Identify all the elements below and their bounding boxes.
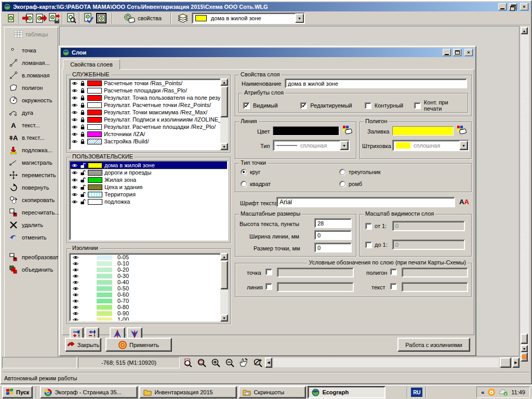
h-scroll-thumb[interactable] bbox=[500, 357, 511, 368]
lock-icon[interactable] bbox=[80, 131, 85, 137]
layer-row[interactable]: Результат. Точки максимума /Rez_Max/ bbox=[70, 109, 227, 116]
isoline-row[interactable]: 0-50 bbox=[70, 285, 227, 291]
layer-row[interactable]: Результат. Расчетные площадки /Rez_Plo/ bbox=[70, 123, 227, 130]
h-scrollbar[interactable] bbox=[273, 358, 499, 367]
tool-underlay[interactable]: подложка... bbox=[5, 144, 58, 156]
eye-icon[interactable] bbox=[71, 117, 78, 122]
layer-row[interactable]: Результат. Подписи к изолинииям /IZOLINE… bbox=[70, 116, 227, 123]
scroll-down-icon[interactable]: ▼ bbox=[220, 314, 228, 322]
scroll-thumb[interactable] bbox=[220, 261, 228, 289]
open-button[interactable] bbox=[21, 12, 34, 24]
isolines-work-button[interactable]: Работа с изолиниями bbox=[397, 338, 470, 352]
layer-row[interactable]: Результат. Точка пользователя на поле ре… bbox=[70, 94, 227, 101]
tool-point[interactable]: точка bbox=[5, 44, 58, 57]
preview-button[interactable] bbox=[64, 12, 77, 24]
eye-icon[interactable] bbox=[72, 286, 79, 291]
isoline-row[interactable]: 0-60 bbox=[70, 291, 227, 298]
point-type-rhomb[interactable]: ромб bbox=[339, 181, 362, 187]
lock-icon[interactable] bbox=[80, 95, 85, 101]
layer-row[interactable]: дома в жилой зоне bbox=[70, 162, 227, 169]
eye-icon[interactable] bbox=[72, 311, 79, 316]
layer-row[interactable]: Застройка /Build/ bbox=[70, 138, 227, 145]
legend-text-checkbox[interactable] bbox=[390, 283, 397, 290]
lock-icon[interactable] bbox=[80, 124, 85, 130]
lock-icon[interactable] bbox=[80, 110, 85, 115]
color-picker-icon[interactable] bbox=[342, 125, 353, 135]
eye-icon[interactable] bbox=[71, 81, 78, 86]
eye-icon[interactable] bbox=[71, 185, 78, 190]
scroll-up-icon[interactable]: ▲ bbox=[220, 253, 228, 260]
layer-row[interactable]: Результат. Расчетные точки /Rez_Points/ bbox=[70, 101, 227, 109]
dialog-titlebar[interactable]: Слои × bbox=[61, 48, 474, 57]
layer-row[interactable]: Источники /IZA/ bbox=[70, 130, 227, 138]
eye-icon[interactable] bbox=[71, 125, 78, 129]
unlock-icon[interactable] bbox=[80, 184, 86, 190]
restore-icon[interactable] bbox=[509, 3, 517, 10]
scroll-down-icon[interactable]: ▼ bbox=[220, 143, 228, 150]
isoline-row[interactable]: 0-20 bbox=[70, 267, 227, 273]
tool-recalc[interactable]: пересчитать... bbox=[5, 206, 58, 219]
taskbar-item-browser[interactable]: Экограф - Страница 35... bbox=[40, 386, 138, 398]
tool-polygon[interactable]: полигон bbox=[5, 82, 58, 94]
tool-move[interactable]: переместить bbox=[5, 169, 58, 181]
isoline-row[interactable]: 0-05 bbox=[70, 254, 227, 260]
unlock-icon[interactable] bbox=[80, 192, 86, 197]
eye-icon[interactable] bbox=[71, 139, 78, 144]
tool-polyline[interactable]: ломаная... bbox=[5, 57, 58, 69]
tool-undo[interactable]: отменить bbox=[5, 231, 58, 244]
lock-icon[interactable] bbox=[80, 139, 85, 144]
scroll-up-icon[interactable]: ▲ bbox=[220, 78, 228, 86]
zoom-page-button[interactable] bbox=[181, 356, 194, 369]
eye-icon[interactable] bbox=[71, 96, 78, 100]
point-type-square[interactable]: квадрат bbox=[241, 181, 271, 187]
lock-icon[interactable] bbox=[80, 88, 85, 94]
scroll-down-icon[interactable]: ▼ bbox=[521, 345, 528, 352]
font-input[interactable]: Arial bbox=[276, 197, 455, 207]
eye-icon[interactable] bbox=[71, 170, 78, 175]
zoom-cancel-button[interactable] bbox=[251, 356, 264, 369]
service-layers-list[interactable]: Расчетные точки /Ras_Points/ Расчетные п… bbox=[69, 78, 228, 150]
from-checkbox[interactable] bbox=[365, 223, 372, 230]
tray-cloud-icon[interactable] bbox=[499, 389, 508, 396]
chevron-down-icon[interactable]: ▼ bbox=[295, 14, 304, 23]
isolines-scrollbar[interactable]: ▲ ▼ bbox=[220, 253, 228, 322]
frame-target-button[interactable] bbox=[95, 12, 108, 24]
eye-icon[interactable] bbox=[72, 261, 79, 266]
layer-row[interactable]: Жилая зона bbox=[70, 176, 227, 183]
zoom-rect-button[interactable] bbox=[195, 356, 208, 369]
legend-line-checkbox[interactable] bbox=[265, 283, 272, 290]
taskbar-item-screenshots[interactable]: Скриншоты bbox=[238, 386, 306, 398]
h-scroll-left-icon[interactable]: ◀ bbox=[265, 357, 272, 368]
start-button[interactable]: Пуск bbox=[2, 386, 33, 398]
save-button[interactable] bbox=[47, 12, 60, 24]
properties-button[interactable]: свойства bbox=[120, 12, 165, 24]
layer-row[interactable]: Расчетные площадки /Ras_Plo/ bbox=[70, 87, 227, 94]
export-button[interactable] bbox=[34, 12, 47, 24]
apply-button[interactable]: Применить bbox=[105, 338, 172, 352]
contour-print-checkbox[interactable] bbox=[414, 102, 421, 109]
zoom-in-button[interactable] bbox=[209, 356, 222, 369]
full-extent-button[interactable] bbox=[521, 352, 528, 362]
legend-polygon-checkbox[interactable] bbox=[390, 269, 397, 275]
name-input[interactable]: дома в жилой зоне bbox=[285, 78, 467, 88]
unlock-icon[interactable] bbox=[80, 170, 86, 176]
tool-merge[interactable]: объединить bbox=[5, 263, 58, 276]
line-type-select[interactable]: сплошная ▼ bbox=[273, 140, 350, 151]
tray-collapse-icon[interactable]: « bbox=[481, 389, 484, 395]
layer-row[interactable]: подложка bbox=[70, 198, 227, 205]
eye-icon[interactable] bbox=[71, 163, 78, 168]
contour-checkbox[interactable] bbox=[365, 102, 371, 109]
line-color-swatch[interactable] bbox=[273, 126, 339, 136]
layer-row[interactable]: дороги и проезды bbox=[70, 169, 227, 176]
tool-transform[interactable]: преобразовать bbox=[5, 251, 58, 263]
eye-icon[interactable] bbox=[71, 103, 78, 108]
tool-delete[interactable]: удалить bbox=[5, 219, 58, 231]
layer-row[interactable]: Территория bbox=[70, 191, 227, 198]
dialog-close-icon[interactable]: × bbox=[464, 49, 473, 56]
v-scroll-thumb[interactable] bbox=[521, 334, 528, 344]
check-button[interactable] bbox=[82, 12, 95, 24]
color-picker-icon[interactable] bbox=[457, 125, 467, 135]
zoom-out-button[interactable] bbox=[223, 356, 236, 369]
lock-icon[interactable] bbox=[80, 81, 85, 86]
hatch-select[interactable]: сплошная ▼ bbox=[392, 140, 469, 151]
